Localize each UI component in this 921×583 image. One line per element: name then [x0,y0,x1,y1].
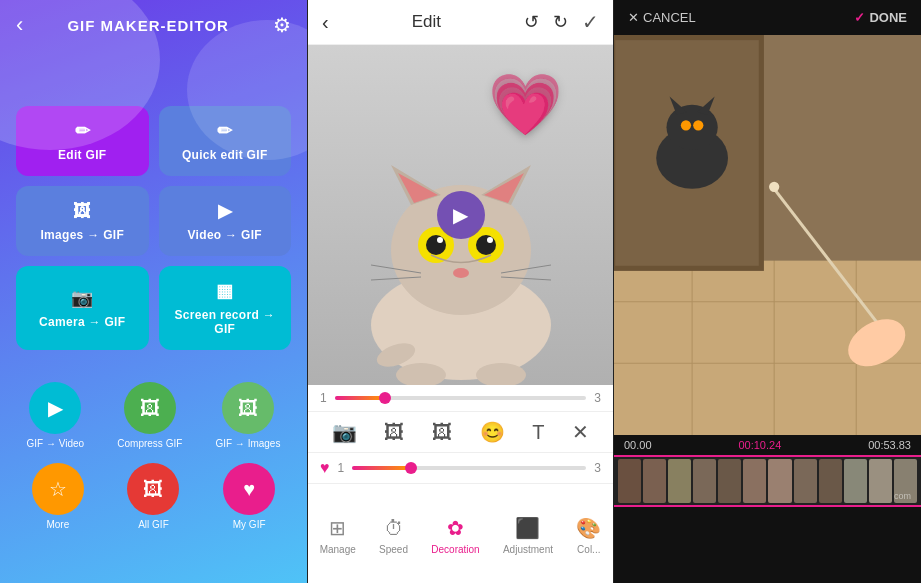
done-label: DONE [869,10,907,25]
compress-gif-item[interactable]: 🖼 Compress GIF [117,382,182,449]
tab-color[interactable]: 🎨 Col... [576,516,601,555]
play-button[interactable]: ▶ [437,191,485,239]
decoration-icon: ✿ [447,516,464,540]
timeline-frame [743,459,766,503]
video-gif-label: Video → GIF [188,228,262,242]
more-item[interactable]: ☆ More [32,463,84,530]
screen-record-icon: ▦ [216,280,233,302]
back-icon[interactable]: ‹ [16,12,23,38]
image-tool-icon[interactable]: 🖼 [384,421,404,444]
confirm-icon[interactable]: ✓ [582,10,599,34]
watermark: wsxdn.com [894,491,911,501]
timeline-frame [618,459,641,503]
svg-point-37 [693,120,703,130]
color-icon: 🎨 [576,516,601,540]
camera-gif-button[interactable]: 📷 Camera → GIF [16,266,149,350]
gear-icon[interactable]: ⚙ [273,13,291,37]
tab-decoration[interactable]: ✿ Decoration [431,516,479,555]
my-gif-item[interactable]: ♥ My GIF [223,463,275,530]
gif-to-images-item[interactable]: 🖼 GIF → Images [215,382,280,449]
timeline-frame [668,459,691,503]
screen-record-gif-button[interactable]: ▦ Screen record → GIF [159,266,292,350]
color-label: Col... [577,544,600,555]
panel2-header: ‹ Edit ↺ ↻ ✓ [308,0,613,45]
close-tool-icon[interactable]: ✕ [572,420,589,444]
adjustment-label: Adjustment [503,544,553,555]
slider-row: 1 3 [308,385,613,411]
gif-to-video-label: GIF → Video [27,438,85,449]
panel-video-editor: ✕ CANCEL ✓ DONE [614,0,921,583]
svg-point-10 [437,237,443,243]
adjustment-icon: ⬛ [515,516,540,540]
speed-label: Speed [379,544,408,555]
images-gif-label: Images → GIF [40,228,124,242]
done-button[interactable]: ✓ DONE [854,10,907,25]
svg-point-8 [426,235,446,255]
main-grid: ✏ Edit GIF ✏ Quick edit GIF 🖼 Images → G… [0,96,307,360]
panel3-header: ✕ CANCEL ✓ DONE [614,0,921,35]
video-timeline[interactable]: wsxdn.com [614,455,921,507]
more-icon: ☆ [32,463,84,515]
panel1-header: ‹ GIF MAKER-EDITOR ⚙ [0,0,307,46]
slider-thumb[interactable] [379,392,391,404]
gif-canvas: 💗 [308,45,613,385]
intensity-fill [352,466,411,470]
intensity-slider[interactable] [352,466,586,470]
tab-manage[interactable]: ⊞ Manage [320,516,356,555]
tab-adjustment[interactable]: ⬛ Adjustment [503,516,553,555]
redo-icon[interactable]: ↻ [553,11,568,33]
camera-gif-label: Camera → GIF [39,315,125,329]
my-gif-label: My GIF [233,519,266,530]
quick-edit-gif-button[interactable]: ✏ Quick edit GIF [159,106,292,176]
video-gif-button[interactable]: ▶ Video → GIF [159,186,292,256]
gif-to-video-item[interactable]: ▶ GIF → Video [27,382,85,449]
video-gif-icon: ▶ [218,200,232,222]
panel2-title: Edit [412,12,441,32]
timeline-slider[interactable] [335,396,587,400]
video-scene-svg [614,35,921,435]
manage-icon: ⊞ [329,516,346,540]
timeline-frame [693,459,716,503]
tab-speed[interactable]: ⏱ Speed [379,517,408,555]
slider-max: 3 [594,391,601,405]
sticker-tool-icon[interactable]: 🖼 [432,421,452,444]
cat-image [351,95,571,385]
images-gif-icon: 🖼 [73,201,91,222]
panel2-actions: ↺ ↻ ✓ [524,10,599,34]
edit-gif-icon: ✏ [75,120,90,142]
undo-icon[interactable]: ↺ [524,11,539,33]
svg-point-33 [666,105,717,150]
timestamps-row: 00.00 00:10.24 00:53.83 [614,435,921,455]
panel-gif-maker: ‹ GIF MAKER-EDITOR ⚙ ✏ Edit GIF ✏ Quick … [0,0,307,583]
intensity-thumb[interactable] [405,462,417,474]
quick-edit-icon: ✏ [217,120,232,142]
cancel-button[interactable]: ✕ CANCEL [628,10,696,25]
panel-gif-editor: ‹ Edit ↺ ↻ ✓ 💗 [307,0,614,583]
all-gif-icon: 🖼 [127,463,179,515]
more-label: More [46,519,69,530]
timeline-frame: wsxdn.com [894,459,917,503]
icon-row-1: ▶ GIF → Video 🖼 Compress GIF 🖼 GIF → Ima… [0,368,307,455]
panel1-title: GIF MAKER-EDITOR [67,17,229,34]
gif-to-images-label: GIF → Images [215,438,280,449]
timeline-frame [869,459,892,503]
svg-point-9 [476,235,496,255]
canvas-area: 💗 [308,45,613,385]
gif-to-video-icon: ▶ [29,382,81,434]
bottom-tabs: ⊞ Manage ⏱ Speed ✿ Decoration ⬛ Adjustme… [308,483,613,583]
panel2-back-icon[interactable]: ‹ [322,11,329,34]
camera-tool-icon[interactable]: 📷 [332,420,357,444]
camera-gif-icon: 📷 [71,287,93,309]
edit-gif-label: Edit GIF [58,148,106,162]
edit-gif-button[interactable]: ✏ Edit GIF [16,106,149,176]
emoji-tool-icon[interactable]: 😊 [480,420,505,444]
intensity-row: ♥ 1 3 [308,453,613,483]
all-gif-item[interactable]: 🖼 All GIF [127,463,179,530]
images-gif-button[interactable]: 🖼 Images → GIF [16,186,149,256]
svg-point-11 [487,237,493,243]
screen-record-gif-label: Screen record → GIF [167,308,284,336]
icon-row-2: ☆ More 🖼 All GIF ♥ My GIF [0,455,307,540]
compress-gif-label: Compress GIF [117,438,182,449]
slider-fill [335,396,385,400]
text-tool-icon[interactable]: T [532,421,544,444]
